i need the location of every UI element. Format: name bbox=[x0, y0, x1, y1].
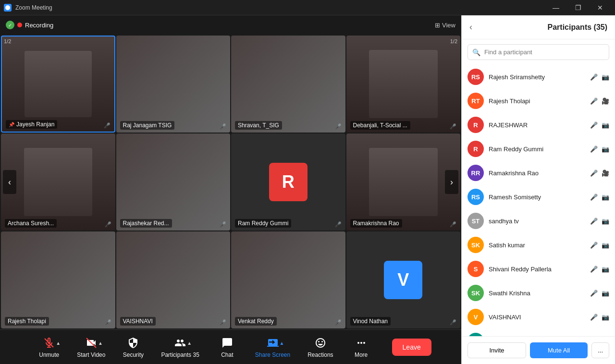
participant-row[interactable]: RRam Reddy Gummi🎤📷 bbox=[462, 137, 615, 161]
maximize-button[interactable]: ❐ bbox=[567, 0, 589, 15]
panel-collapse-button[interactable]: ‹ bbox=[469, 22, 472, 32]
view-button[interactable]: ⊞ View bbox=[435, 22, 455, 29]
close-button[interactable]: ✕ bbox=[589, 0, 611, 15]
video-cell: Debanjali, T-Social ...🎤 bbox=[346, 36, 461, 133]
participant-name-label: Rajesh Tholapi bbox=[5, 317, 49, 326]
mute-indicator-icon: 🎤 bbox=[450, 123, 456, 130]
participant-row[interactable]: RRRamakrishna Rao🎤🎥 bbox=[462, 161, 615, 185]
participants-caret[interactable]: ▲ bbox=[187, 340, 192, 345]
recording-dot bbox=[17, 23, 22, 27]
mute-indicator-icon: 🎤 bbox=[105, 221, 111, 228]
participant-row[interactable]: RRAJESHWAR🎤📷 bbox=[462, 113, 615, 137]
security-label: Security bbox=[123, 352, 144, 358]
leave-button[interactable]: Leave bbox=[392, 339, 431, 356]
mute-indicator-icon: 🎤 bbox=[220, 319, 226, 326]
participant-row[interactable]: SKSatish kumar🎤📷 bbox=[462, 233, 615, 257]
mute-indicator-icon: 🎤 bbox=[450, 221, 456, 228]
mute-indicator-icon: 🎤 bbox=[335, 123, 342, 130]
camera-status-icon: 📷 bbox=[602, 146, 609, 153]
search-input[interactable] bbox=[467, 44, 609, 60]
participant-status-icons: 🎤📷 bbox=[590, 266, 609, 273]
panel-title: Participants (35) bbox=[548, 23, 607, 32]
video-cell: Venkat Reddy🎤 bbox=[231, 231, 345, 328]
reactions-label: Reactions bbox=[308, 352, 333, 358]
participant-row[interactable]: SShivani Reddy Pallerla🎤📷 bbox=[462, 257, 615, 281]
security-button[interactable]: Security bbox=[114, 332, 152, 362]
unmute-caret[interactable]: ▲ bbox=[56, 340, 61, 345]
recording-label: Recording bbox=[25, 22, 53, 29]
video-area: ✓ Recording ⊞ View 📌Jayesh Ranjan🎤Raj Ja… bbox=[0, 15, 461, 364]
participant-name: Shivani Reddy Pallerla bbox=[489, 266, 585, 273]
participant-name: VAISHNAVI bbox=[489, 314, 585, 321]
participants-icon bbox=[174, 337, 186, 349]
share-screen-button[interactable]: ▲ Share Screen bbox=[246, 332, 299, 362]
participant-avatar: ST bbox=[467, 213, 484, 229]
participant-row[interactable]: STsandhya tv🎤📷 bbox=[462, 209, 615, 233]
video-cell: VVinod Nathan🎤 bbox=[346, 231, 461, 328]
chat-label: Chat bbox=[221, 352, 233, 358]
participant-avatar: VR bbox=[467, 333, 484, 336]
camera-status-icon: 📷 bbox=[602, 314, 609, 321]
participant-name: Rajesh Sriramshetty bbox=[489, 73, 585, 81]
participant-row[interactable]: VVAISHNAVI🎤📷 bbox=[462, 305, 615, 329]
mute-indicator-icon: 🎤 bbox=[335, 221, 342, 228]
mute-indicator-icon: 🎤 bbox=[105, 319, 111, 326]
chat-button[interactable]: Chat bbox=[208, 332, 246, 362]
unmute-button[interactable]: ▲ Unmute bbox=[30, 332, 68, 362]
next-page-button[interactable]: › bbox=[445, 170, 458, 194]
page-indicator-right: 1/2 bbox=[450, 38, 457, 44]
share-caret[interactable]: ▲ bbox=[280, 340, 284, 345]
participants-button[interactable]: ▲ Participants 35 bbox=[152, 332, 208, 362]
mute-indicator-icon: 🎤 bbox=[104, 122, 111, 129]
participant-avatar: RR bbox=[467, 165, 484, 181]
participant-name-label: Shravan, T_SIG bbox=[235, 121, 282, 130]
video-cell: Ramakrishna Rao🎤 bbox=[346, 133, 461, 231]
participant-name-label: Vinod Nathan bbox=[350, 317, 391, 326]
participant-name: RAJESHWAR bbox=[489, 121, 585, 129]
invite-button[interactable]: Invite bbox=[467, 342, 526, 358]
participant-row[interactable]: RSRamesh Somisetty🎤📷 bbox=[462, 185, 615, 209]
camera-status-icon: 📷 bbox=[602, 194, 609, 201]
mic-status-icon: 🎤 bbox=[590, 314, 598, 321]
start-video-button[interactable]: ▲ Start Video bbox=[68, 332, 114, 362]
video-cell: Raj Janagam TSIG🎤 bbox=[116, 36, 231, 133]
svg-point-0 bbox=[5, 5, 10, 10]
camera-status-icon: 🎥 bbox=[602, 97, 609, 105]
share-screen-icon bbox=[267, 337, 279, 349]
participant-row[interactable]: VRVenkat Reddy🎤📷 bbox=[462, 329, 615, 336]
participant-name-label: Ramakrishna Rao bbox=[350, 219, 402, 228]
participant-name: Rajesh Tholapi bbox=[489, 97, 585, 105]
mic-status-icon: 🎤 bbox=[590, 242, 598, 249]
minimize-button[interactable]: — bbox=[545, 0, 567, 15]
mute-indicator-icon: 🎤 bbox=[220, 123, 226, 130]
camera-status-icon: 📷 bbox=[602, 242, 609, 249]
camera-status-icon: 📷 bbox=[602, 121, 609, 129]
mic-status-icon: 🎤 bbox=[590, 194, 598, 201]
video-caret[interactable]: ▲ bbox=[98, 340, 103, 345]
video-grid: 📌Jayesh Ranjan🎤Raj Janagam TSIG🎤Shravan,… bbox=[0, 35, 461, 329]
participant-avatar: RS bbox=[467, 189, 484, 205]
mic-status-icon: 🎤 bbox=[590, 266, 598, 273]
participant-name: Satish kumar bbox=[489, 242, 585, 249]
mic-status-icon: 🎤 bbox=[590, 170, 598, 177]
title-bar-left: Zoom Meeting bbox=[4, 4, 52, 12]
participant-avatar: R bbox=[467, 141, 484, 157]
participant-avatar: S bbox=[467, 261, 484, 277]
mute-indicator-icon: 🎤 bbox=[450, 319, 456, 326]
more-label: More bbox=[355, 352, 368, 358]
reactions-button[interactable]: Reactions bbox=[299, 332, 342, 362]
participant-row[interactable]: RTRajesh Tholapi🎤🎥 bbox=[462, 89, 615, 113]
search-icon: 🔍 bbox=[472, 49, 480, 56]
mute-indicator-icon: 🎤 bbox=[220, 221, 226, 228]
video-cell: RRam Reddy Gummi🎤 bbox=[231, 133, 345, 231]
video-cell: Shravan, T_SIG🎤 bbox=[231, 36, 345, 133]
prev-page-button[interactable]: ‹ bbox=[3, 170, 16, 194]
mute-all-button[interactable]: Mute All bbox=[530, 342, 588, 358]
more-options-button[interactable]: ... bbox=[591, 342, 609, 358]
participant-row[interactable]: SKSwathi Krishna🎤📷 bbox=[462, 281, 615, 305]
shield-icon: ✓ bbox=[6, 21, 14, 29]
participant-name-label: VAISHNAVI bbox=[120, 317, 156, 326]
participant-row[interactable]: RSRajesh Sriramshetty🎤📷 bbox=[462, 65, 615, 89]
recording-badge: ✓ Recording bbox=[6, 21, 53, 29]
more-button[interactable]: More bbox=[342, 332, 381, 362]
